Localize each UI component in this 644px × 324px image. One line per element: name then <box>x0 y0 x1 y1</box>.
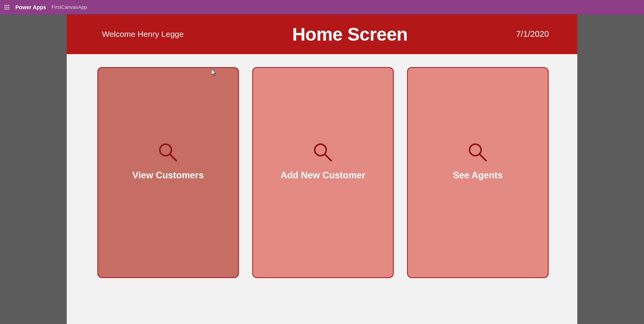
home-header-banner: Welcome Henry Legge Home Screen 7/1/2020 <box>67 14 577 54</box>
brand-label[interactable]: Power Apps <box>15 4 46 10</box>
power-apps-topbar: Power Apps FirstCanvasApp <box>0 0 644 14</box>
tiles-row: View Customers Add New Customer <box>67 54 577 278</box>
tile-see-agents[interactable]: See Agents <box>407 67 549 278</box>
svg-line-14 <box>480 154 486 161</box>
svg-rect-7 <box>7 8 8 10</box>
page-title: Home Screen <box>292 24 407 45</box>
app-name-label: FirstCanvasApp <box>51 4 87 10</box>
svg-rect-1 <box>7 5 8 6</box>
svg-rect-6 <box>5 8 6 10</box>
svg-line-10 <box>170 154 176 161</box>
date-text: 7/1/2020 <box>516 29 549 39</box>
tile-add-new-customer[interactable]: Add New Customer <box>252 67 394 278</box>
search-icon <box>467 141 488 163</box>
svg-rect-0 <box>5 5 6 6</box>
svg-rect-2 <box>8 5 10 6</box>
tile-label: See Agents <box>453 170 503 181</box>
welcome-text: Welcome Henry Legge <box>102 30 184 39</box>
svg-rect-3 <box>5 7 6 8</box>
search-icon <box>312 141 334 163</box>
search-icon <box>157 141 179 163</box>
tile-label: View Customers <box>132 170 204 181</box>
app-launcher-icon[interactable] <box>4 4 10 10</box>
svg-rect-4 <box>7 7 8 8</box>
canvas-wrapper: Welcome Henry Legge Home Screen 7/1/2020… <box>0 14 644 324</box>
svg-line-12 <box>325 154 331 161</box>
svg-rect-8 <box>8 8 10 10</box>
svg-rect-5 <box>8 7 10 8</box>
tile-view-customers[interactable]: View Customers <box>97 67 239 278</box>
tile-label: Add New Customer <box>281 170 365 181</box>
canvas-screen: Welcome Henry Legge Home Screen 7/1/2020… <box>67 14 577 324</box>
